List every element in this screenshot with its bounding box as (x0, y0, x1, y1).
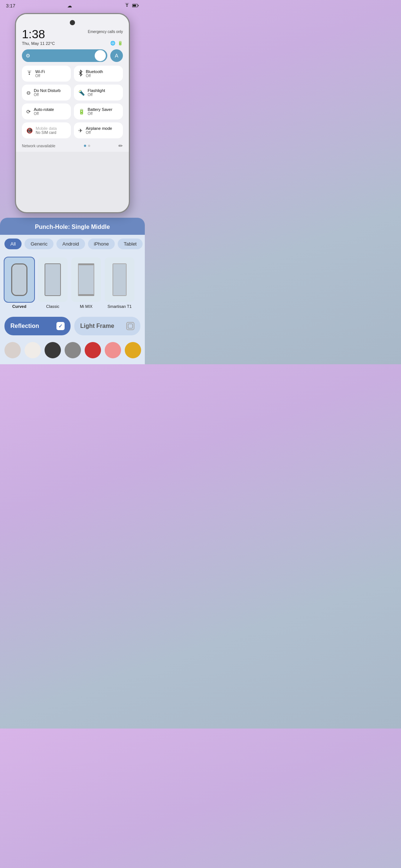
tile-dnd[interactable]: ⊖ Do Not Disturb Off (22, 85, 71, 101)
flashlight-tile-name: Flashlight (88, 88, 105, 93)
cloud-icon: ☁ (67, 3, 72, 9)
airplanemode-tile-status: Off (86, 131, 112, 135)
airplanemode-tile-name: Airplane mode (86, 126, 112, 131)
svg-rect-5 (128, 324, 133, 328)
brightness-slider[interactable]: ⚙ (22, 49, 107, 62)
filter-tab-generic[interactable]: Generic (25, 239, 53, 249)
mobiledata-tile-status: No SIM card (36, 131, 57, 135)
tile-flashlight[interactable]: 🔦 Flashlight Off (74, 85, 123, 101)
phone-date: Thu, May 11 22°C (22, 41, 55, 46)
flashlight-icon: 🔦 (78, 90, 85, 96)
frame-preview-classic (38, 257, 68, 302)
flashlight-tile-status: Off (88, 93, 105, 97)
battery-icon (132, 3, 139, 9)
color-circle-6[interactable] (125, 342, 141, 358)
sheet-title: Punch-Hole: Single Middle (0, 218, 145, 235)
auto-brightness-icon: A (115, 53, 118, 59)
page-dot-2 (88, 145, 90, 147)
frame-item-classic[interactable]: Classic (38, 257, 68, 309)
frame-item-curved[interactable]: Curved (4, 257, 34, 309)
svg-rect-1 (138, 5, 139, 6)
color-circle-1[interactable] (25, 342, 41, 358)
auto-brightness-button[interactable]: A (110, 49, 123, 62)
wifi-tile-status: Off (35, 74, 45, 78)
brightness-row[interactable]: ⚙ A (16, 49, 129, 66)
phone-mockup: 1:38 Emergency calls only Thu, May 11 22… (15, 13, 130, 213)
bluetooth-tile-name: Bluetooth (86, 69, 103, 74)
wifi-icon (26, 70, 32, 77)
brightness-icon: ⚙ (26, 53, 30, 59)
light-frame-button[interactable]: Light Frame (74, 317, 140, 335)
tile-mobiledata[interactable]: 📵 Mobile data No SIM card (22, 122, 71, 138)
filter-tabs: All Generic Android iPhone Tablet Other (0, 235, 145, 253)
brightness-knob (95, 50, 106, 61)
color-circles (0, 339, 145, 364)
tile-wifi[interactable]: Wi-Fi Off (22, 66, 71, 82)
color-circle-0[interactable] (4, 342, 21, 358)
frame-shape-classic (45, 263, 61, 296)
phone-time: 1:38 (22, 28, 45, 40)
bluetooth-icon (78, 70, 83, 78)
dnd-tile-status: Off (34, 93, 61, 97)
dnd-icon: ⊖ (26, 90, 31, 96)
reflection-label: Reflection (10, 323, 39, 329)
frames-grid: Curved Classic Mi MIX S (0, 253, 145, 313)
wifi-status-icon (124, 3, 130, 9)
autorotate-tile-status: Off (34, 112, 54, 116)
autorotate-icon: ⟳ (26, 109, 31, 115)
frame-shape-smartisan (113, 263, 127, 296)
frame-label-mimix: Mi MIX (80, 304, 92, 309)
light-frame-label: Light Frame (80, 323, 114, 329)
mobiledata-tile-name: Mobile data (36, 126, 57, 131)
mobiledata-icon: 📵 (26, 128, 33, 134)
color-circle-3[interactable] (65, 342, 81, 358)
batterysaver-icon: 🔋 (78, 109, 85, 115)
filter-tab-android[interactable]: Android (56, 239, 85, 249)
page-dot-1 (84, 145, 86, 147)
airplanemode-icon: ✈ (78, 128, 83, 134)
frame-label-classic: Classic (46, 304, 59, 309)
status-bar: 3:17 ☁ (0, 0, 145, 10)
color-circle-5[interactable] (105, 342, 121, 358)
phone-status-icons: 🌐🔋 (110, 41, 123, 46)
edit-icon[interactable]: ✏ (118, 143, 123, 149)
frame-item-mimix[interactable]: Mi MIX (71, 257, 101, 309)
reflection-checkbox: ✓ (56, 322, 65, 330)
filter-tab-all[interactable]: All (4, 239, 22, 249)
filter-tab-iphone[interactable]: iPhone (88, 239, 115, 249)
batterysaver-tile-name: Battery Saver (88, 107, 113, 112)
light-frame-checkbox (126, 322, 134, 330)
frame-preview-smartisan (105, 257, 134, 302)
filter-tab-tablet[interactable]: Tablet (118, 239, 143, 249)
frame-preview-mimix (71, 257, 101, 302)
frame-preview-curved (4, 257, 34, 302)
frame-shape-mix (78, 263, 94, 296)
color-circle-4[interactable] (85, 342, 101, 358)
status-time: 3:17 (6, 3, 15, 9)
frame-label-smartisan: Smartisan T1 (107, 304, 131, 309)
tile-airplanemode[interactable]: ✈ Airplane mode Off (74, 122, 123, 138)
svg-rect-2 (133, 5, 136, 7)
page-dots (84, 145, 90, 147)
autorotate-tile-name: Auto-rotate (34, 107, 54, 112)
color-circle-2[interactable] (45, 342, 61, 358)
quick-tiles-grid: Wi-Fi Off Bluetooth Off ⊖ Do Not Disturb… (16, 66, 129, 141)
tile-batterysaver[interactable]: 🔋 Battery Saver Off (74, 103, 123, 119)
network-status-text: Network unavailable (22, 144, 55, 148)
bluetooth-tile-status: Off (86, 74, 103, 78)
phone-camera (70, 20, 75, 25)
network-row: Network unavailable ✏ (16, 141, 129, 152)
frame-shape-curved (11, 263, 27, 296)
phone-emergency: Emergency calls only (88, 30, 123, 34)
bottom-sheet: Punch-Hole: Single Middle All Generic An… (0, 218, 145, 364)
status-right-icons (124, 3, 139, 9)
frame-label-curved: Curved (12, 304, 26, 309)
wifi-tile-name: Wi-Fi (35, 69, 45, 74)
batterysaver-tile-status: Off (88, 112, 113, 116)
frame-item-smartisan[interactable]: Smartisan T1 (105, 257, 134, 309)
tile-autorotate[interactable]: ⟳ Auto-rotate Off (22, 103, 71, 119)
reflection-button[interactable]: Reflection ✓ (4, 317, 71, 335)
dnd-tile-name: Do Not Disturb (34, 88, 61, 93)
tile-bluetooth[interactable]: Bluetooth Off (74, 66, 123, 82)
option-buttons: Reflection ✓ Light Frame (0, 313, 145, 339)
